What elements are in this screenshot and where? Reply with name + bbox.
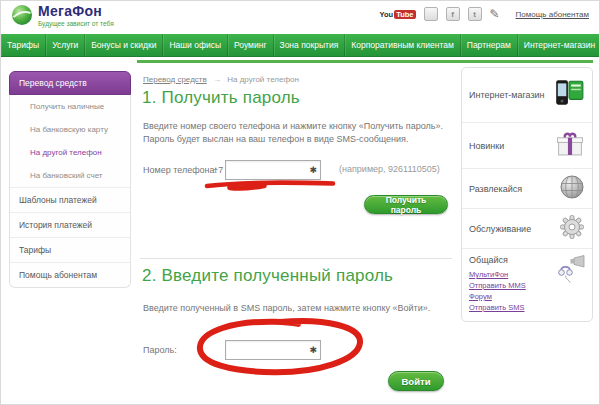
get-password-button[interactable]: Получить пароль bbox=[364, 195, 448, 214]
twitter-icon[interactable]: t bbox=[468, 7, 482, 21]
login-button[interactable]: Войти bbox=[388, 371, 444, 391]
communicate-links: МультиФон Отправить MMS Форум Отправить … bbox=[469, 269, 526, 313]
section2-title: 2. Введите полученный пароль bbox=[142, 266, 393, 286]
nav-item-corporate[interactable]: Корпоративным клиентам bbox=[345, 34, 460, 56]
phone-shop-icon bbox=[553, 79, 585, 111]
send-mms-link[interactable]: Отправить MMS bbox=[469, 280, 526, 291]
send-sms-link[interactable]: Отправить SMS bbox=[469, 302, 526, 313]
nav-item-services[interactable]: Услуги bbox=[46, 34, 85, 56]
brand-tagline: Будущее зависит от тебя bbox=[38, 20, 114, 27]
sidebar-section-transfer[interactable]: Перевод средств bbox=[9, 71, 131, 95]
phone-example-hint: (например, 9261110505) bbox=[339, 164, 440, 174]
right-sidebar: Интернет-магазин Новинки bbox=[461, 67, 593, 322]
nav-item-roaming[interactable]: Роуминг bbox=[228, 34, 273, 56]
section-divider bbox=[140, 258, 452, 259]
main-navbar: Тарифы Услуги Бонусы и скидки Наши офисы… bbox=[1, 34, 600, 57]
sidebar-item-history[interactable]: История платежей bbox=[10, 212, 130, 237]
help-subscribers-link[interactable]: Помощь абонентам bbox=[516, 10, 589, 19]
phone-prefix: +7 bbox=[213, 165, 223, 175]
gift-icon bbox=[555, 130, 585, 161]
sidebar-item-help[interactable]: Помощь абонентам bbox=[10, 262, 130, 287]
phone-input[interactable] bbox=[228, 162, 310, 180]
section2-description: Введите полученный в SMS пароль, затем н… bbox=[143, 302, 449, 315]
promo-item-communicate[interactable]: Общайся МультиФон Отправить MMS Форум От… bbox=[462, 248, 592, 321]
sidebar-item-get-cash[interactable]: Получить наличные bbox=[10, 95, 130, 118]
brand-name: МегаФон bbox=[38, 4, 114, 19]
vkontakte-icon[interactable] bbox=[424, 7, 438, 21]
sidebar-item-other-phone[interactable]: На другой телефон bbox=[10, 141, 130, 164]
promo-item-service[interactable]: Обслуживание bbox=[462, 208, 592, 248]
sidebar-body: Получить наличные На банковскую карту На… bbox=[9, 95, 131, 288]
password-input-box: ✱ bbox=[225, 340, 321, 360]
headset-icon bbox=[557, 255, 585, 313]
promo-item-entertainment[interactable]: Развлекайся bbox=[462, 168, 592, 208]
megafon-page: МегаФон Будущее зависит от тебя YouTube … bbox=[0, 0, 600, 405]
phone-label: Номер телефона: bbox=[143, 165, 217, 175]
pencil-icon[interactable]: ✎ bbox=[490, 8, 500, 20]
nav-item-shop[interactable]: Интернет-магазин bbox=[518, 34, 600, 56]
facebook-icon[interactable]: f bbox=[446, 7, 460, 21]
header-social-bar: YouTube f t ✎ Помощь абонентам bbox=[380, 7, 589, 21]
megafon-logo[interactable]: МегаФон Будущее зависит от тебя bbox=[11, 4, 114, 30]
required-asterisk-icon: ✱ bbox=[309, 165, 317, 175]
sidebar-item-tariffs[interactable]: Тарифы bbox=[10, 237, 130, 262]
breadcrumb-parent-link[interactable]: Перевод средств bbox=[143, 75, 207, 84]
multifon-link[interactable]: МультиФон bbox=[469, 269, 526, 280]
password-input[interactable] bbox=[228, 342, 310, 360]
sidebar-item-bank-account[interactable]: На банковский счет bbox=[10, 164, 130, 187]
required-asterisk-icon: ✱ bbox=[309, 345, 317, 355]
section1-title: 1. Получить пароль bbox=[142, 88, 300, 108]
section1-description: Введите номер своего телефона и нажмите … bbox=[143, 120, 449, 146]
main-content: Перевод средств → На другой телефон 1. П… bbox=[137, 63, 457, 405]
sidebar-item-templates[interactable]: Шаблоны платежей bbox=[10, 187, 130, 212]
breadcrumb: Перевод средств → На другой телефон bbox=[143, 75, 299, 84]
gear-icon bbox=[559, 214, 585, 244]
nav-item-offices[interactable]: Наши офисы bbox=[163, 34, 228, 56]
megafon-orb-icon bbox=[11, 4, 33, 30]
breadcrumb-arrow-icon: → bbox=[213, 75, 221, 84]
nav-item-tariffs[interactable]: Тарифы bbox=[1, 34, 46, 56]
youtube-icon[interactable]: YouTube bbox=[380, 10, 416, 19]
promo-item-internet-shop[interactable]: Интернет-магазин bbox=[462, 68, 592, 122]
password-label: Пароль: bbox=[143, 345, 177, 355]
nav-item-partners[interactable]: Партнерам bbox=[461, 34, 518, 56]
forum-link[interactable]: Форум bbox=[469, 291, 526, 302]
sidebar-item-bank-card[interactable]: На банковскую карту bbox=[10, 118, 130, 141]
nav-item-bonuses[interactable]: Бонусы и скидки bbox=[85, 34, 163, 56]
left-sidebar: Перевод средств Получить наличные На бан… bbox=[9, 71, 131, 288]
phone-input-box: ✱ bbox=[225, 160, 321, 180]
header: МегаФон Будущее зависит от тебя YouTube … bbox=[1, 1, 599, 34]
nav-item-coverage[interactable]: Зона покрытия bbox=[274, 34, 346, 56]
disco-ball-icon bbox=[559, 174, 585, 204]
promo-item-new[interactable]: Новинки bbox=[462, 122, 592, 168]
breadcrumb-current: На другой телефон bbox=[227, 75, 299, 84]
